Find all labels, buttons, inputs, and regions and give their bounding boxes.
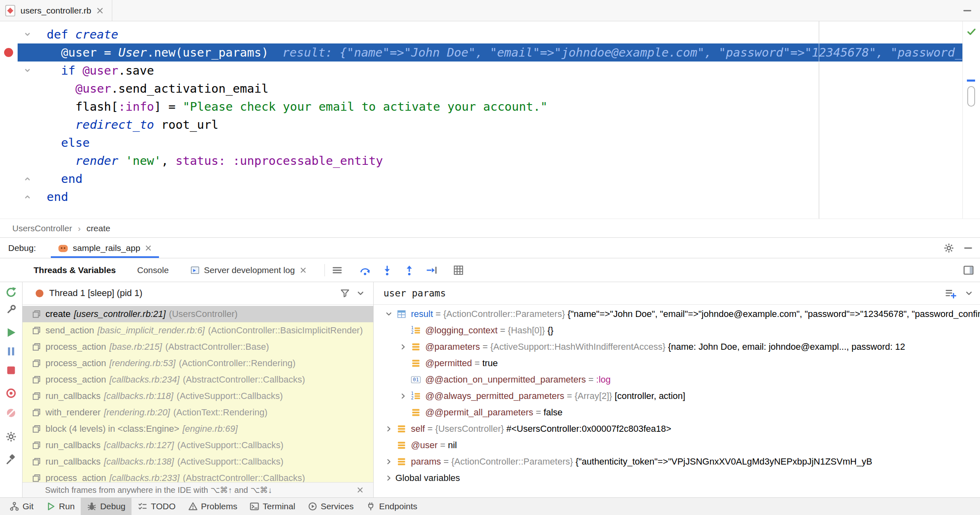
- frame-class: (ActionText::Rendering): [173, 407, 268, 418]
- close-tab-icon[interactable]: [95, 6, 104, 15]
- run-to-cursor-icon[interactable]: [426, 264, 437, 276]
- rerun-debugger-icon[interactable]: [5, 286, 17, 299]
- pause-program-icon[interactable]: [5, 345, 17, 358]
- statusbar-item-terminal[interactable]: Terminal: [243, 498, 301, 515]
- hide-panel-icon[interactable]: [963, 243, 973, 253]
- settings-gear-icon[interactable]: [943, 242, 955, 254]
- gutter-fold-area[interactable]: [18, 25, 47, 43]
- stack-frame-row[interactable]: send_action[basic_implicit_render.rb:6](…: [23, 322, 373, 339]
- view-breakpoints-icon[interactable]: [5, 387, 17, 399]
- stack-frame-row[interactable]: block (4 levels) in <class:Engine>[engin…: [23, 421, 373, 437]
- evaluate-expression-bar[interactable]: user_params: [374, 282, 980, 305]
- variable-row[interactable]: Global variables: [374, 470, 980, 486]
- code-line[interactable]: end: [18, 170, 962, 188]
- statusbar-item-endpoints[interactable]: Endpoints: [360, 498, 423, 515]
- stack-frame-row[interactable]: process_action[callbacks.rb:234](Abstrac…: [23, 371, 373, 388]
- statusbar-item-run[interactable]: Run: [40, 498, 81, 515]
- statusbar-label: Debug: [100, 501, 125, 511]
- code-line[interactable]: else: [18, 134, 962, 152]
- stack-frame-row[interactable]: process_action[rendering.rb:53](ActionCo…: [23, 355, 373, 371]
- expand-node-icon[interactable]: [396, 343, 410, 351]
- debug-tab-0[interactable]: Threads & Variables: [23, 258, 127, 282]
- stack-frame-row[interactable]: process_action[base.rb:215](AbstractCont…: [23, 339, 373, 355]
- dismiss-hint-icon[interactable]: [356, 486, 364, 494]
- step-into-icon[interactable]: [381, 264, 393, 276]
- expand-node-icon[interactable]: [382, 474, 395, 482]
- expand-node-icon[interactable]: [382, 458, 395, 466]
- variable-row[interactable]: @permitted = true: [374, 355, 980, 371]
- breadcrumb-method[interactable]: create: [86, 223, 110, 233]
- expression-history-icon[interactable]: [964, 289, 973, 298]
- stack-frame-row[interactable]: process_action[callbacks.rb:233](Abstrac…: [23, 470, 373, 482]
- variable-type: {ActiveSupport::HashWithIndifferentAcces…: [490, 342, 668, 352]
- editor-scrollbar[interactable]: [962, 21, 980, 219]
- code-line[interactable]: @user.send_activation_email: [18, 80, 962, 98]
- variable-row[interactable]: self = {UsersController} #<UsersControll…: [374, 421, 980, 437]
- run-config-tab[interactable]: sample_rails_app: [51, 238, 159, 258]
- hide-tabs-icon[interactable]: [962, 5, 973, 16]
- layout-settings-icon[interactable]: [963, 264, 974, 276]
- evaluate-input[interactable]: user_params: [383, 288, 945, 299]
- code-token: @user =: [61, 46, 118, 59]
- debug-tab-2[interactable]: Server development log: [179, 258, 318, 282]
- statusbar-item-problems[interactable]: Problems: [182, 498, 244, 515]
- variable-row[interactable]: params = {ActionController::Parameters} …: [374, 453, 980, 470]
- variable-type: {ActionController::Parameters}: [451, 456, 575, 467]
- execution-line[interactable]: @user = User.new(user_params)result: {"n…: [18, 43, 962, 62]
- editor-tab[interactable]: users_controller.rb: [0, 0, 112, 21]
- stop-program-icon[interactable]: [5, 364, 17, 376]
- breakpoint-icon[interactable]: [4, 48, 13, 57]
- step-out-icon[interactable]: [404, 264, 415, 276]
- variable-row[interactable]: 01@@action_on_unpermitted_parameters = :…: [374, 371, 980, 388]
- thread-selector[interactable]: Thread 1 [sleep] (pid 1): [23, 282, 373, 305]
- pin-tab-icon[interactable]: [5, 453, 17, 466]
- code-line[interactable]: flash[:info] = "Please check your email …: [18, 98, 962, 116]
- view-as-table-icon[interactable]: [453, 264, 464, 276]
- gutter-fold-area[interactable]: [18, 170, 47, 188]
- thread-dropdown-icon[interactable]: [356, 289, 365, 298]
- stack-frame-row[interactable]: create[users_controller.rb:21](UsersCont…: [23, 306, 373, 322]
- statusbar-item-services[interactable]: Services: [302, 498, 360, 515]
- add-watch-icon[interactable]: [945, 287, 956, 299]
- gutter-fold-area: [18, 116, 47, 134]
- code-line[interactable]: def create: [18, 25, 962, 43]
- scrollbar-thumb[interactable]: [967, 86, 975, 107]
- stack-frame-row[interactable]: run_callbacks[callbacks.rb:118](ActiveSu…: [23, 388, 373, 404]
- mute-breakpoints-icon[interactable]: [5, 407, 17, 419]
- code-line[interactable]: redirect_to root_url: [18, 116, 962, 134]
- expand-node-icon[interactable]: [382, 425, 395, 433]
- view-options-icon[interactable]: [331, 264, 343, 276]
- code-line[interactable]: render 'new', status: :unprocessable_ent…: [18, 152, 962, 170]
- resume-program-icon[interactable]: [5, 326, 17, 339]
- debugger-settings-icon[interactable]: [5, 431, 17, 443]
- variable-row[interactable]: @user = nil: [374, 437, 980, 453]
- editor-tab-bar: users_controller.rb: [0, 0, 980, 21]
- filter-frames-icon[interactable]: [340, 288, 350, 299]
- variable-row[interactable]: @@permit_all_parameters = false: [374, 404, 980, 421]
- code-line[interactable]: if @user.save: [18, 62, 962, 80]
- collapse-node-icon[interactable]: [382, 310, 395, 318]
- stack-frame-row[interactable]: with_renderer[rendering.rb:20](ActionTex…: [23, 404, 373, 421]
- variable-row[interactable]: @parameters = {ActiveSupport::HashWithIn…: [374, 339, 980, 355]
- variable-row[interactable]: result = {ActionController::Parameters} …: [374, 306, 980, 322]
- editor-tab-label: users_controller.rb: [20, 6, 91, 16]
- statusbar-item-todo[interactable]: TODO: [132, 498, 181, 515]
- close-log-tab-icon[interactable]: [299, 266, 307, 274]
- breadcrumb-class[interactable]: UsersController: [12, 223, 72, 233]
- statusbar-item-git[interactable]: Git: [3, 498, 40, 515]
- stack-frame-row[interactable]: run_callbacks[callbacks.rb:138](ActiveSu…: [23, 453, 373, 470]
- debug-tab-1[interactable]: Console: [127, 258, 179, 282]
- variable-row[interactable]: 12@@always_permitted_parameters = {Array…: [374, 388, 980, 404]
- statusbar-item-debug[interactable]: Debug: [81, 498, 132, 515]
- frame-class: (AbstractController::Callbacks): [183, 473, 305, 482]
- code-line[interactable]: end: [18, 188, 962, 206]
- modify-run-configuration-icon[interactable]: [5, 303, 17, 316]
- step-over-icon[interactable]: [359, 264, 371, 276]
- stack-frame-row[interactable]: run_callbacks[callbacks.rb:127](ActiveSu…: [23, 437, 373, 453]
- variable-row[interactable]: 12@logging_context = {Hash[0]} {}: [374, 322, 980, 339]
- gutter-fold-area[interactable]: [18, 62, 47, 80]
- code-editor[interactable]: def create@user = User.new(user_params)r…: [0, 21, 980, 219]
- expand-node-icon[interactable]: [396, 392, 410, 400]
- close-session-icon[interactable]: [144, 244, 152, 252]
- gutter-fold-area[interactable]: [18, 188, 47, 206]
